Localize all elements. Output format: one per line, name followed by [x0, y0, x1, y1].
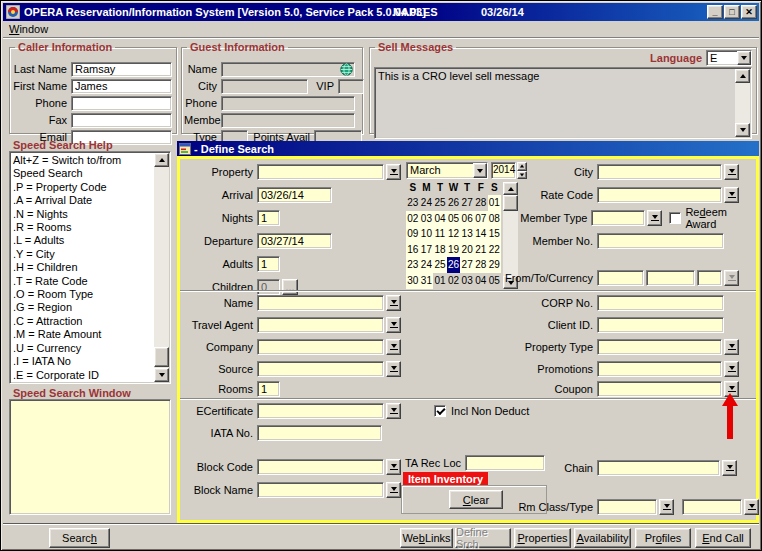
calendar-day[interactable]: 03: [460, 273, 474, 289]
incl-non-deduct-checkbox[interactable]: [434, 405, 446, 417]
currency-input[interactable]: [697, 270, 722, 286]
fax-input[interactable]: [71, 113, 172, 128]
speed-search-help-list[interactable]: Alt+Z = Switch to/from Speed Search.P = …: [9, 151, 171, 384]
language-dropdown-icon[interactable]: [737, 51, 751, 65]
end-call-button[interactable]: End Call: [695, 528, 751, 548]
member-type-lov-icon[interactable]: [647, 210, 662, 226]
rm-class-lov-icon[interactable]: [659, 499, 674, 515]
profiles-button[interactable]: Profiles: [635, 528, 691, 548]
member-no-input[interactable]: [597, 233, 724, 249]
month-dropdown-icon[interactable]: [473, 163, 487, 178]
city-input[interactable]: [597, 164, 722, 180]
calendar-day[interactable]: 18: [433, 242, 447, 258]
rm-type-lov-icon[interactable]: [744, 499, 759, 515]
scroll-down-icon[interactable]: [735, 123, 750, 137]
name-lov-icon[interactable]: [386, 295, 401, 311]
block-name-lov-icon[interactable]: [386, 482, 401, 498]
clear-button[interactable]: Clear: [449, 490, 503, 509]
calendar-day[interactable]: 26: [447, 257, 461, 273]
iata-no-input[interactable]: [257, 425, 382, 441]
sell-message-scrollbar[interactable]: [735, 69, 750, 137]
redeem-award-checkbox[interactable]: [669, 212, 681, 224]
calendar-day[interactable]: 21: [474, 242, 488, 258]
calendar-day[interactable]: 09: [406, 226, 420, 242]
calendar-day[interactable]: 14: [474, 226, 488, 242]
calendar-day[interactable]: 31: [420, 273, 434, 289]
calendar-day[interactable]: 28: [474, 257, 488, 273]
calendar-day[interactable]: 02: [406, 211, 420, 227]
adults-input[interactable]: [257, 256, 280, 272]
calendar-day[interactable]: 05: [447, 211, 461, 227]
availability-button[interactable]: Availability: [574, 528, 631, 548]
corp-no-input[interactable]: [597, 295, 724, 311]
company-input[interactable]: [257, 339, 384, 355]
travel-agent-input[interactable]: [257, 317, 384, 333]
client-id-input[interactable]: [597, 317, 724, 333]
property-type-input[interactable]: [597, 339, 722, 355]
scroll-up-icon[interactable]: [735, 69, 750, 83]
calendar-day[interactable]: 16: [406, 242, 420, 258]
calendar-day[interactable]: 23: [406, 195, 420, 211]
coupon-input[interactable]: [597, 381, 722, 397]
calendar-day[interactable]: 02: [447, 273, 461, 289]
to-input[interactable]: [646, 270, 695, 286]
calendar-day[interactable]: 13: [460, 226, 474, 242]
calendar-day[interactable]: 04: [433, 211, 447, 227]
children-more-button[interactable]: ...: [282, 279, 298, 295]
scroll-down-icon[interactable]: [154, 368, 169, 382]
help-list-scrollbar[interactable]: [154, 153, 169, 382]
promotions-lov-icon[interactable]: [724, 361, 739, 377]
calendar-day[interactable]: 25: [433, 195, 447, 211]
calendar-day[interactable]: 24: [420, 195, 434, 211]
arrival-input[interactable]: [257, 187, 332, 203]
last-name-input[interactable]: [71, 62, 172, 77]
promotions-input[interactable]: [597, 361, 722, 377]
rm-class-input[interactable]: [597, 499, 657, 515]
rooms-input[interactable]: [257, 381, 280, 397]
scroll-thumb[interactable]: [154, 347, 169, 367]
chain-lov-icon[interactable]: [722, 460, 737, 476]
speed-search-window[interactable]: [9, 399, 171, 515]
calendar-day[interactable]: 10: [420, 226, 434, 242]
calendar-day[interactable]: 24: [420, 257, 434, 273]
calendar-day[interactable]: 11: [433, 226, 447, 242]
web-links-button[interactable]: Web Links: [400, 528, 453, 548]
search-button[interactable]: Search: [49, 528, 110, 548]
block-code-lov-icon[interactable]: [386, 459, 401, 475]
calendar-day[interactable]: 01: [433, 273, 447, 289]
block-name-input[interactable]: [257, 482, 384, 498]
minimize-icon[interactable]: _: [707, 5, 723, 19]
maximize-icon[interactable]: □: [724, 5, 740, 19]
company-lov-icon[interactable]: [386, 339, 401, 355]
member-type-input[interactable]: [591, 210, 645, 226]
property-input[interactable]: [257, 164, 384, 180]
nights-input[interactable]: [257, 210, 280, 226]
calendar-day[interactable]: 12: [447, 226, 461, 242]
scroll-up-icon[interactable]: [154, 153, 169, 167]
city-lov-icon[interactable]: [724, 164, 739, 180]
chain-input[interactable]: [597, 460, 720, 476]
close-icon[interactable]: ✕: [741, 5, 757, 19]
rm-type-input[interactable]: [682, 499, 742, 515]
travel-agent-lov-icon[interactable]: [386, 317, 401, 333]
departure-input[interactable]: [257, 233, 332, 249]
source-lov-icon[interactable]: [386, 361, 401, 377]
calendar-day[interactable]: 23: [406, 257, 420, 273]
caller-phone-input[interactable]: [71, 96, 172, 111]
ecertificate-input[interactable]: [257, 403, 384, 419]
globe-icon[interactable]: [340, 63, 353, 76]
menu-window[interactable]: Window: [9, 23, 48, 35]
name-input[interactable]: [257, 295, 384, 311]
calendar-day[interactable]: 25: [433, 257, 447, 273]
calendar-day[interactable]: 19: [447, 242, 461, 258]
properties-button[interactable]: Properties: [514, 528, 571, 548]
property-lov-icon[interactable]: [386, 164, 401, 180]
calendar-day[interactable]: 20: [460, 242, 474, 258]
calendar-day[interactable]: 04: [474, 273, 488, 289]
language-combo[interactable]: E: [706, 50, 752, 66]
calendar-month-combo[interactable]: March: [406, 162, 488, 179]
calendar-day[interactable]: 30: [406, 273, 420, 289]
calendar-day[interactable]: 03: [420, 211, 434, 227]
rate-code-input[interactable]: [597, 187, 722, 203]
calendar-day[interactable]: 27: [460, 195, 474, 211]
